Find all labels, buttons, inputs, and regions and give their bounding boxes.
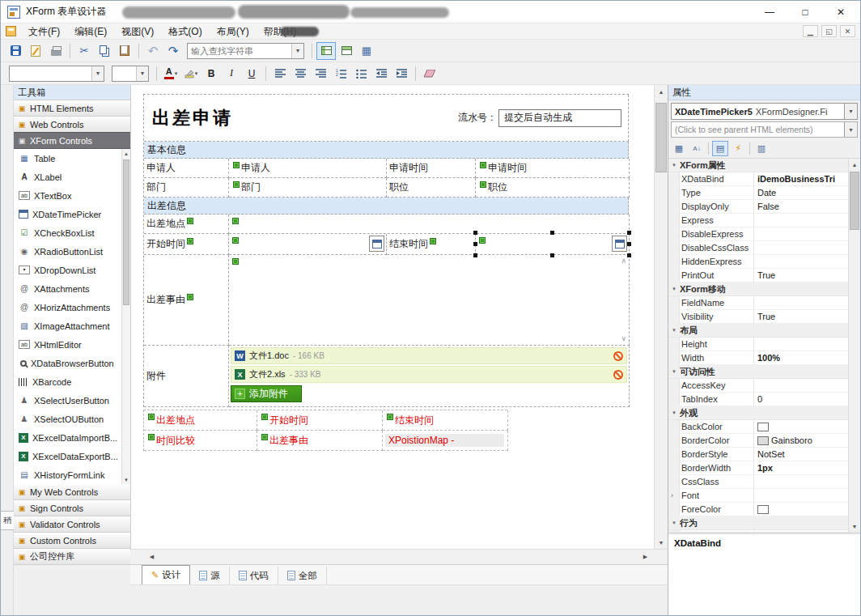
scrollbar-thumb[interactable] xyxy=(850,172,859,230)
property-row-forecolor[interactable]: ForeColor xyxy=(668,503,848,516)
bold-button[interactable]: B xyxy=(201,65,221,83)
scroll-down-arrow[interactable]: ∨ xyxy=(621,335,626,342)
toolbox-item-xtextbox[interactable]: abXTextBox xyxy=(14,186,121,205)
toolbox-item-xexceldataexport[interactable]: XXExcelDataExportB... xyxy=(14,447,121,465)
property-value[interactable] xyxy=(754,379,848,392)
file-name[interactable]: 文件1.doc xyxy=(249,350,289,362)
field-label-position[interactable]: 职位 xyxy=(387,178,476,198)
numbered-list-button[interactable]: 12 xyxy=(331,65,350,83)
align-left-button[interactable] xyxy=(270,65,290,83)
toolbox-item-xcheckboxlist[interactable]: ☑XCheckBoxList xyxy=(14,223,121,242)
property-value[interactable]: 1px xyxy=(754,461,848,474)
property-value[interactable] xyxy=(754,489,848,502)
property-value[interactable]: 100% xyxy=(754,351,848,364)
property-value[interactable]: True xyxy=(754,269,848,282)
toolbox-group-company-library[interactable]: ▣公司控件库 xyxy=(14,548,130,565)
selection-handle[interactable] xyxy=(627,253,631,257)
validator-position-map[interactable]: XPoistionMap - xyxy=(383,431,508,451)
toolbox-item-xbarcode[interactable]: XBarcode xyxy=(14,372,121,391)
canvas-vertical-scrollbar[interactable]: ▲ ▼ xyxy=(654,85,668,549)
scrollbar-thumb[interactable] xyxy=(123,159,129,305)
property-row-cssclass[interactable]: CssClass xyxy=(668,475,848,489)
property-value[interactable] xyxy=(754,338,848,350)
field-input-location[interactable] xyxy=(229,215,630,234)
property-row-height[interactable]: Height xyxy=(668,338,848,351)
sort-alphabetical-button[interactable]: A↓ xyxy=(689,141,705,156)
table-layout-toggle[interactable] xyxy=(316,42,336,60)
field-value-applicant[interactable]: 申请人 xyxy=(229,159,387,178)
align-center-button[interactable] xyxy=(291,65,310,83)
field-label-dept[interactable]: 部门 xyxy=(144,178,229,198)
add-attachment-button[interactable]: + 添加附件 xyxy=(231,385,302,402)
toolbox-item-xattachments[interactable]: @XAttachments xyxy=(14,279,121,298)
property-value[interactable]: Inherit xyxy=(754,530,848,532)
toolbox-item-xexceldataimport[interactable]: XXExcelDataImportB... xyxy=(14,428,121,447)
minimize-button[interactable]: — xyxy=(752,1,787,23)
chevron-down-icon[interactable]: ▾ xyxy=(136,66,148,81)
property-row-tabindex[interactable]: TabIndex0 xyxy=(668,393,848,406)
parent-elements-combobox[interactable]: (Click to see parent HTML elements) ▾ xyxy=(671,121,858,138)
properties-view-button[interactable]: ▤ xyxy=(712,141,728,156)
chevron-down-icon[interactable]: ▾ xyxy=(91,66,104,81)
toolbox-group-web-controls[interactable]: ▣Web Controls xyxy=(14,116,130,133)
remove-file-icon[interactable] xyxy=(613,370,623,380)
selection-handle[interactable] xyxy=(550,253,554,257)
property-row-clientidmode[interactable]: ClientIDModeInherit xyxy=(668,530,848,532)
validator-location[interactable]: 出差地点 xyxy=(144,410,257,431)
property-row-printout[interactable]: PrintOutTrue xyxy=(668,269,848,283)
menu-edit[interactable]: 编辑(E) xyxy=(67,23,114,40)
property-value[interactable]: True xyxy=(754,310,848,323)
toolbox-group-custom-controls[interactable]: ▣Custom Controls xyxy=(14,532,130,549)
edit-button[interactable] xyxy=(26,42,45,60)
tab-source[interactable]: 源 xyxy=(190,567,230,584)
toolbox-group-xform-contro`ls[interactable]: ▣XForm Controls xyxy=(14,132,130,149)
section-trip-info[interactable]: 出差信息 xyxy=(144,198,629,215)
toolbox-item-xhtmleditor[interactable]: abXHtmlEditor xyxy=(14,335,121,354)
attachment-row[interactable]: W 文件1.doc - 166 KB xyxy=(231,347,627,364)
calendar-button[interactable] xyxy=(369,236,384,252)
property-value[interactable] xyxy=(754,241,848,254)
property-row-bordercolor[interactable]: BorderColorGainsboro xyxy=(668,434,848,448)
scroll-up-arrow[interactable]: ∧ xyxy=(621,257,626,265)
selection-handle[interactable] xyxy=(473,242,477,246)
toolbox-group-validator-controls[interactable]: ▣Validator Controls xyxy=(14,516,130,533)
scroll-right-arrow[interactable]: ▶ xyxy=(638,550,652,564)
property-value[interactable] xyxy=(754,475,848,488)
mdi-minimize-button[interactable]: ▁ xyxy=(803,25,818,37)
tab-all[interactable]: 全部 xyxy=(278,567,327,584)
field-label-apply-time[interactable]: 申请时间 xyxy=(387,159,476,178)
property-category[interactable]: ▾可访问性 xyxy=(668,365,848,379)
validators-table[interactable]: 出差地点 开始时间 结束时间 时间比较 出差事由 XPoistionMap - xyxy=(143,410,507,451)
property-row-disableexpress[interactable]: DisableExpress xyxy=(668,227,848,241)
section-basic-info[interactable]: 基本信息 xyxy=(144,142,629,159)
scroll-up-arrow[interactable]: ▲ xyxy=(655,85,668,98)
field-label-start-time[interactable]: 开始时间 xyxy=(144,234,229,255)
mdi-restore-button[interactable]: ◱ xyxy=(821,25,837,37)
property-row-disablecssclass[interactable]: DisableCssClass xyxy=(668,241,848,255)
property-row-express[interactable]: Express xyxy=(668,214,848,227)
property-value[interactable]: Date xyxy=(754,186,848,199)
chevron-down-icon[interactable]: ▾ xyxy=(291,44,303,58)
show-grid-toggle[interactable]: ▦ xyxy=(357,42,376,60)
property-row-font[interactable]: ›Font xyxy=(668,489,848,503)
property-category[interactable]: ▾行为 xyxy=(668,516,848,530)
property-pages-button[interactable]: ▥ xyxy=(753,141,770,156)
field-value-dept[interactable]: 部门 xyxy=(229,178,387,198)
bullet-list-button[interactable] xyxy=(351,65,371,83)
selection-handle[interactable] xyxy=(473,231,477,235)
remove-file-icon[interactable] xyxy=(613,351,623,361)
indent-button[interactable] xyxy=(392,65,411,83)
underline-button[interactable]: U xyxy=(242,65,261,83)
selection-handle[interactable] xyxy=(473,253,477,257)
property-row-fieldname[interactable]: FieldName xyxy=(668,296,848,310)
selection-handle[interactable] xyxy=(627,231,631,235)
chevron-down-icon[interactable]: ▾ xyxy=(844,104,857,119)
insert-table-button[interactable] xyxy=(337,42,356,60)
field-label-reason[interactable]: 出差事由 xyxy=(144,255,229,346)
highlight-button[interactable]: ▾ xyxy=(181,65,201,83)
save-button[interactable] xyxy=(6,42,25,60)
selection-handle[interactable] xyxy=(550,231,554,235)
property-row-xdatabind[interactable]: XDataBindiDemoBusinessTri xyxy=(668,172,848,186)
toolbox-scrollbar[interactable]: ▲ ▼ xyxy=(121,149,130,484)
menu-file[interactable]: 文件(F) xyxy=(21,23,67,40)
